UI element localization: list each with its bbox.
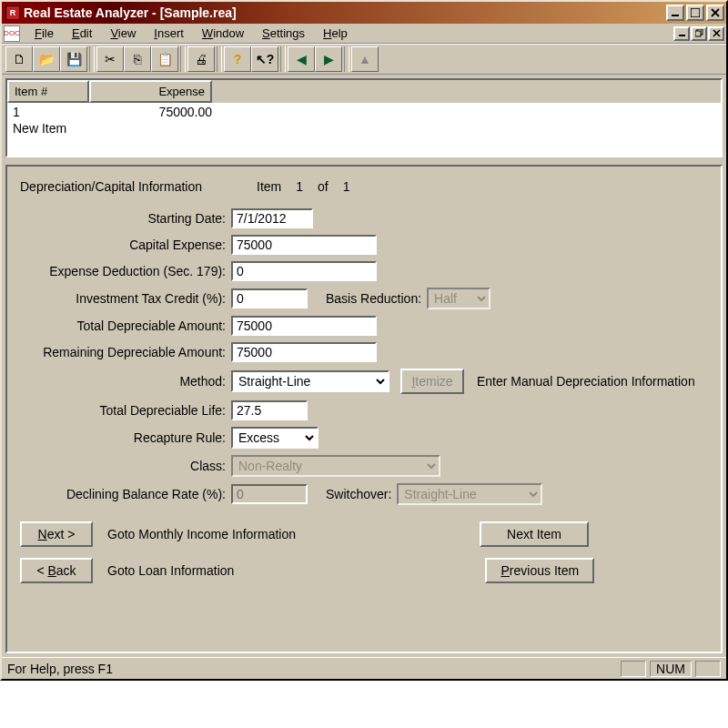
close-button[interactable] xyxy=(706,5,724,21)
menu-insert[interactable]: Insert xyxy=(145,25,193,42)
open-folder-icon: 📂 xyxy=(39,52,55,66)
basis-reduction-select: Half xyxy=(427,288,490,309)
menu-edit-label: dit xyxy=(80,26,93,40)
menu-window-label: indow xyxy=(213,26,244,40)
table-row[interactable]: New Item xyxy=(11,120,717,136)
menu-help-label: elp xyxy=(331,26,347,40)
menu-bar: DOC File Edit View Insert Window Setting… xyxy=(2,24,726,44)
menu-help[interactable]: Help xyxy=(314,25,357,42)
paste-button[interactable]: 📋 xyxy=(151,46,178,72)
cell-expense: 75000.00 xyxy=(91,104,214,120)
svg-rect-6 xyxy=(695,31,701,36)
menu-view-label: iew xyxy=(118,26,136,40)
item-table: Item # Expense 1 75000.00 New Item xyxy=(5,78,723,157)
status-well xyxy=(695,661,721,677)
toolbar-separator xyxy=(344,46,349,72)
menu-settings[interactable]: Settings xyxy=(253,25,314,42)
label-expense-deduction: Expense Deduction (Sec. 179): xyxy=(20,264,231,278)
svg-rect-1 xyxy=(691,8,700,17)
rda-input[interactable] xyxy=(231,342,377,362)
switchover-select: Straight-Line xyxy=(397,483,542,505)
triangle-left-icon: ◀ xyxy=(297,52,307,66)
mdi-controls xyxy=(672,26,724,41)
new-file-icon: 🗋 xyxy=(13,52,25,66)
recapture-select[interactable]: Excess xyxy=(231,427,318,449)
status-num: NUM xyxy=(650,661,692,677)
maximize-button[interactable] xyxy=(686,5,704,21)
previous-item-button[interactable]: Previous Item xyxy=(485,558,594,583)
label-dbr: Declining Balance Rate (%): xyxy=(20,487,231,501)
nav-back-button[interactable]: ◀ xyxy=(288,46,315,72)
itemize-button: Itemize xyxy=(400,369,464,394)
next-hint: Goto Monthly Income Information xyxy=(107,527,296,541)
menu-window[interactable]: Window xyxy=(193,25,253,42)
label-rda: Remaining Depreciable Amount: xyxy=(20,345,231,359)
window-controls xyxy=(664,5,724,21)
table-header: Item # Expense xyxy=(7,80,721,103)
tda-input[interactable] xyxy=(231,316,377,336)
expense-deduction-input[interactable] xyxy=(231,261,377,281)
context-help-button[interactable]: ↖? xyxy=(251,46,278,72)
cut-scissors-icon: ✂ xyxy=(105,52,116,66)
next-button[interactable]: Next > xyxy=(20,521,93,547)
cell-item: New Item xyxy=(11,120,68,136)
toolbar-separator xyxy=(217,46,222,72)
itemize-hint: Enter Manual Depreciation Information xyxy=(477,374,701,389)
save-disk-icon: 💾 xyxy=(66,52,82,66)
menu-file-label: ile xyxy=(42,26,54,40)
back-hint: Goto Loan Information xyxy=(107,563,234,578)
menu-settings-label: ettings xyxy=(270,26,305,40)
copy-button[interactable]: ⎘ xyxy=(124,46,151,72)
mdi-minimize-button[interactable] xyxy=(673,26,690,41)
copy-icon: ⎘ xyxy=(134,52,141,66)
menu-view[interactable]: View xyxy=(101,25,145,42)
label-starting-date: Starting Date: xyxy=(20,211,231,226)
next-item-button[interactable]: Next Item xyxy=(480,521,589,547)
dbr-input xyxy=(231,484,308,504)
starting-date-input[interactable] xyxy=(231,208,313,228)
cut-button[interactable]: ✂ xyxy=(96,46,124,72)
table-body[interactable]: 1 75000.00 New Item xyxy=(7,103,721,156)
menu-edit[interactable]: Edit xyxy=(63,25,101,42)
new-button[interactable]: 🗋 xyxy=(5,46,33,72)
app-icon: R xyxy=(5,5,20,20)
label-recapture: Recapture Rule: xyxy=(20,430,231,445)
minimize-button[interactable] xyxy=(666,5,684,21)
about-button[interactable]: ? xyxy=(224,46,251,72)
window-title: Real Estate Analyzer - [Sample.rea] xyxy=(24,5,664,20)
status-help-text: For Help, press F1 xyxy=(7,662,617,676)
itc-input[interactable] xyxy=(231,288,308,308)
cell-item: 1 xyxy=(11,104,91,120)
menu-insert-label: nsert xyxy=(157,26,184,40)
label-switchover: Switchover: xyxy=(326,487,397,501)
svg-rect-0 xyxy=(672,15,679,16)
col-item-header[interactable]: Item # xyxy=(7,80,89,103)
status-well xyxy=(621,661,646,677)
mdi-close-button[interactable] xyxy=(708,26,724,41)
title-bar: R Real Estate Analyzer - [Sample.rea] xyxy=(2,2,726,24)
section-title: Depreciation/Capital Information xyxy=(20,179,202,194)
col-expense-header[interactable]: Expense xyxy=(89,80,212,103)
open-button[interactable]: 📂 xyxy=(33,46,60,72)
table-row[interactable]: 1 75000.00 xyxy=(11,104,717,120)
label-capital-expense: Capital Expense: xyxy=(20,238,231,252)
print-button[interactable]: 🖨 xyxy=(187,46,215,72)
class-select: Non-Realty xyxy=(231,455,440,477)
save-button[interactable]: 💾 xyxy=(60,46,87,72)
triangle-right-icon: ▶ xyxy=(324,52,334,66)
capital-expense-input[interactable] xyxy=(231,235,377,255)
toolbar-separator xyxy=(180,46,186,72)
nav-up-button[interactable]: ▲ xyxy=(351,46,379,72)
depreciation-form: Depreciation/Capital Information Item 1 … xyxy=(5,165,723,653)
method-select[interactable]: Straight-Line xyxy=(231,370,389,392)
mdi-restore-button[interactable] xyxy=(691,26,707,41)
arrow-question-icon: ↖? xyxy=(256,52,275,66)
back-button[interactable]: < Back xyxy=(20,558,93,583)
label-basis-reduction: Basis Reduction: xyxy=(326,291,427,306)
status-bar: For Help, press F1 NUM xyxy=(2,657,726,679)
menu-file[interactable]: File xyxy=(25,25,63,42)
label-class: Class: xyxy=(20,459,231,473)
nav-forward-button[interactable]: ▶ xyxy=(315,46,342,72)
item-counter: Item 1 of 1 xyxy=(257,179,350,194)
tdl-input[interactable] xyxy=(231,400,308,420)
